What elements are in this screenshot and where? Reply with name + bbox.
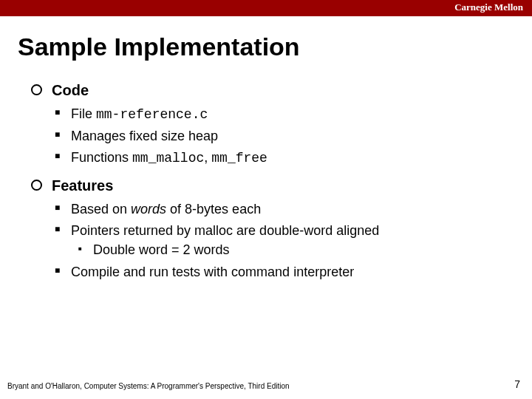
section-heading: Code [52,82,89,98]
section-features: Features Based on words of 8-bytes each … [31,175,510,281]
section-heading: Features [52,177,113,194]
list-item: Based on words of 8-bytes each [52,200,510,219]
italic-text: words [131,202,166,216]
slide-title: Sample Implementation [18,33,300,61]
slide: Carnegie Mellon Sample Implementation Co… [0,0,532,399]
code-text: mm_free [211,151,267,166]
section-code: Code File mm-reference.c Manages fixed s… [31,80,510,168]
list-item: Double word = 2 words [71,240,510,259]
list-item: Pointers returned by malloc are double-w… [52,221,510,259]
header-bar: Carnegie Mellon [0,0,532,16]
list-item: Compile and run tests with command inter… [52,262,510,282]
list-item: Manages fixed size heap [52,126,510,146]
slide-content: Code File mm-reference.c Manages fixed s… [31,80,510,289]
code-text: mm_malloc [132,151,204,166]
list-item: File mm-reference.c [52,104,510,124]
brand-label: Carnegie Mellon [454,1,523,13]
page-number: 7 [514,378,520,390]
footer-credit: Bryant and O'Hallaron, Computer Systems:… [7,382,290,390]
code-text: mm-reference.c [96,107,208,122]
list-item: Functions mm_malloc, mm_free [52,148,510,168]
